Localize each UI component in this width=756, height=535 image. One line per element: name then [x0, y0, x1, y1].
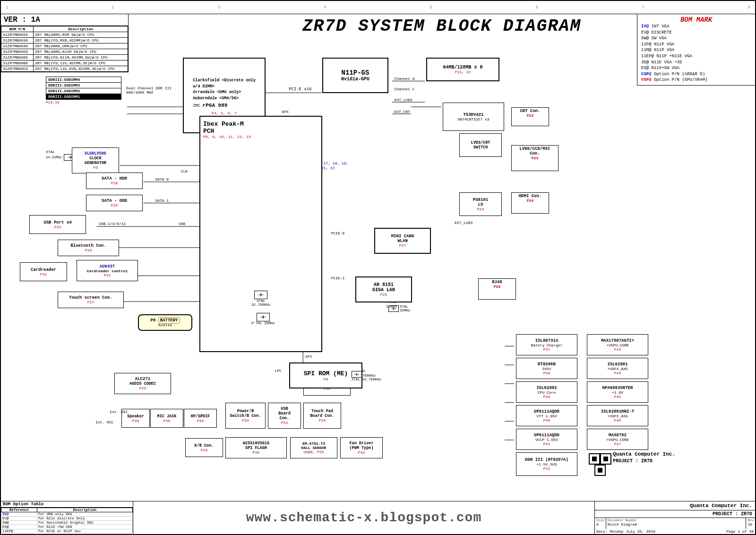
alc271-title: ALC271 — [135, 377, 150, 381]
ddr-channel-label: Dual Channel DDR III800/1066 MHZ — [126, 86, 188, 95]
sodimm-1: DDRIII-SODIMM1 — [46, 94, 121, 100]
svg-text:SATA 0: SATA 0 — [155, 177, 169, 181]
spi-rom-title: SPI ROM (ME) — [304, 370, 348, 377]
xtal-25-lan: ⊣⊢ XTAL25MHz — [388, 305, 411, 312]
minicard-block: MINI CARDWLAN P27 — [374, 228, 431, 254]
hdmi-con-block: HDMI Con. P24 — [511, 192, 549, 214]
ts3dv-subtitle: SN74CBT3257 x3 — [457, 117, 489, 121]
doc-size: A — [596, 522, 604, 526]
hpa-title: HPA00835RTER — [602, 386, 633, 390]
up6111-vccp-title: UP6111AQDD — [534, 433, 559, 438]
isl88731-block: ISL88731A Batery Charger P37 — [516, 334, 577, 355]
svg-text:PCI-E x16: PCI-E x16 — [289, 87, 311, 92]
page-mark-6: 6 — [536, 5, 538, 10]
bluetooth-block: Bluetooth Con. P33 — [58, 240, 119, 256]
isl88731-subtitle: Batery Charger — [531, 343, 562, 347]
svg-text:EXT_LVDS: EXT_LVDS — [395, 98, 412, 102]
bom-mark-line-2: SW@ SW VGA — [641, 35, 751, 42]
svg-text:PCIE-6: PCIE-6 — [331, 231, 345, 235]
quanta-logo-svg — [588, 453, 614, 476]
lvds-con-ref: P23 — [514, 156, 556, 160]
ar8151-ref: P25 — [380, 293, 387, 297]
au6437-title: AU6437 — [100, 264, 115, 269]
int-mic-speaker-label: Int. MIC — [95, 420, 113, 424]
doc-number-cell: Document Number Block Diagram — [606, 518, 747, 529]
xtal-32-pch: ⊣⊢ XTAL 32.768KHz — [251, 291, 271, 307]
bottom-bar: BOM Option Table Reference Description I… — [1, 501, 755, 534]
doc-info: Quanta Computer Inc. PROJECT : ZR7D Size… — [594, 501, 755, 534]
em6781-ref: USB8, P33 — [303, 450, 324, 454]
memory-ref: P21, 22 — [455, 70, 471, 74]
sata-odd-block: SATA - ODD P28 — [86, 195, 143, 211]
cardreader-block: Cardreader P31 — [20, 262, 67, 281]
usb-board-block: USBBoardCon. P33 — [268, 403, 301, 429]
rj45-ref: P26 — [481, 285, 514, 289]
up6111-vtt-block: UP6111AQDD VTT 1.05V P40 — [516, 405, 577, 426]
sata-hdd-block: SATA - HDD P28 — [86, 173, 143, 189]
rj45-title: RJ45 — [481, 280, 514, 285]
power-switch-title: Power/BSwitch/B Con. — [230, 409, 261, 418]
sata-hdd-ref: P28 — [111, 181, 118, 185]
mic-jack-title: MIC JACK — [157, 414, 177, 419]
svg-text:SPI: SPI — [305, 354, 312, 359]
doc-size-cell: Size A — [595, 518, 606, 529]
xtal-32-ec: ⊣⊢ XTAL 32.768KHz — [352, 371, 381, 381]
bom-opt-row: SW@ for Switchable Graphic SKU — [1, 521, 133, 525]
rj45-block: RJ45 P26 — [478, 278, 516, 300]
em6781-block: EM-6781-T3HALL SENSOR USB8, P33 — [290, 437, 337, 458]
isl62881hrz-ref: P46 — [614, 418, 621, 423]
usb-port-title: USB Port x4 — [43, 220, 71, 225]
fan-driver-title: Fan Driver(PWM Type) — [349, 441, 373, 450]
max17007-subtitle: +VGPU_CORE — [606, 343, 629, 347]
sata-hdd-title: SATA - HDD — [102, 176, 127, 181]
usb-board-ref: P33 — [281, 421, 288, 425]
quanta-project: PROJECT : ZR7D — [613, 458, 726, 464]
bom-opt-row: ES@ for N11X +5W VGA — [1, 525, 133, 529]
isl62881-ref: P44 — [614, 371, 621, 375]
page-mark-7: 7 — [642, 5, 644, 10]
isl62881-subtitle: +VGFX_AXG — [607, 367, 627, 371]
doc-date-row: Date: Monday July 26, 2010 Page 1 of 48 — [595, 529, 755, 534]
slg-title: SLG8LV595 — [85, 151, 106, 156]
website-text: www.schematic-x.blogspot.com — [246, 510, 481, 525]
lvds-con-title: LVDS/CCD/MICCon. — [514, 147, 556, 156]
bom-option-title: BOM Option Table — [1, 501, 133, 508]
max17007-block: MAX17007AGTI+ +VGPU_CORE P43 — [587, 334, 648, 355]
page-mark-2: 2 — [112, 5, 114, 10]
mic-jack-ref: P30 — [163, 419, 170, 423]
svg-text:EXT_CRT: EXT_CRT — [395, 110, 411, 114]
doc-project: PROJECT : ZR7D — [595, 510, 755, 518]
crt-con-ref: P23 — [514, 113, 547, 118]
bom-opt-row: EV@ for N11x discrete Only — [1, 517, 133, 521]
crt-con-block: CRT Con. P23 — [511, 107, 549, 126]
svg-text:Channel A: Channel A — [395, 77, 415, 81]
bom-header-desc: Description — [34, 26, 128, 32]
svg-text:GFX: GFX — [282, 110, 289, 114]
doc-company: Quanta Computer Inc. — [595, 501, 755, 510]
minicard-title: MINI CARDWLAN — [391, 234, 414, 243]
spi-flash-block: W25X16VSS1GSPI FLASH P36 — [225, 437, 287, 458]
svg-text:CLK: CLK — [181, 169, 188, 173]
ps8101-block: PS8101LS P24 — [459, 192, 502, 216]
battery-title: P8 BATTERY — [150, 318, 180, 323]
up6111-vtt-ref: P40 — [543, 418, 550, 423]
crt-con-title: CRT Con. — [514, 109, 547, 113]
kb-con-ref: P34 — [201, 448, 207, 452]
ps8101-ref: P24 — [477, 207, 484, 211]
power-switch-block: Power/BSwitch/B Con. P33 — [225, 403, 266, 429]
nvidia-gpu-block: N11P-GS Nvidia-GPU — [322, 58, 388, 93]
up6111-vccp-block: UP6111AQDD VCCP 1.05V P41 — [516, 429, 577, 450]
quanta-logo — [587, 451, 615, 477]
hp-spdif-block: HP/SPDIF P30 — [184, 409, 217, 428]
cardreader-ref: P31 — [40, 272, 47, 276]
bom-opt-row: 11EP@ for N11E or N11P sku — [1, 529, 133, 534]
isl62881-title: ISL62881 — [607, 362, 627, 367]
isl62882-ref: P39 — [543, 395, 550, 399]
power-switch-ref: P33 — [242, 418, 249, 423]
xtal-25-pch: ⊣⊢ X'TAL 25MHz — [251, 313, 275, 325]
em6781-title: EM-6781-T3HALL SENSOR — [301, 441, 326, 450]
rt8206b-subtitle: 3V5V — [542, 367, 551, 371]
max8792-title: MAX8792 — [609, 433, 627, 438]
touchpad-title: Touch PadBoard Con. — [310, 409, 334, 418]
rt8206b-ref: P38 — [543, 371, 550, 375]
